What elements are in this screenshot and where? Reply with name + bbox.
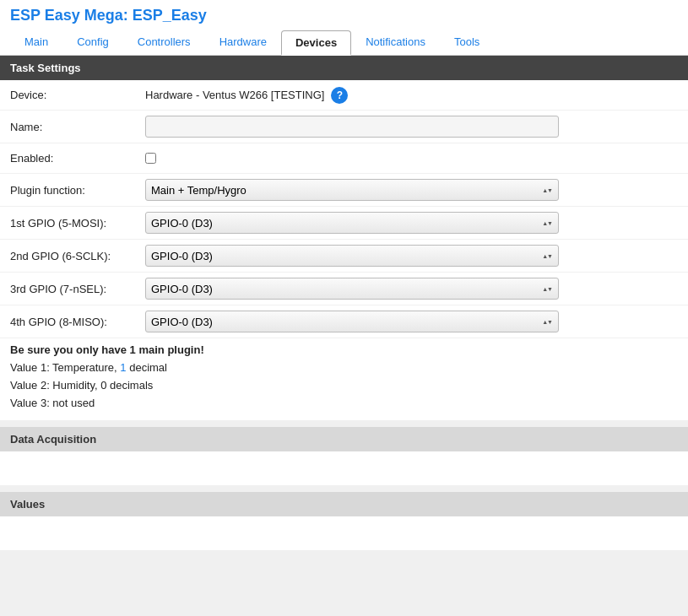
gpio3-row: 3rd GPIO (7-nSEL): GPIO-0 (D3) <box>0 273 688 305</box>
name-label: Name: <box>10 121 145 133</box>
main-content: Task Settings Device: Hardware - Ventus … <box>0 56 688 550</box>
plugin-function-select-wrapper: Main + Temp/Hygro <box>145 179 559 201</box>
gpio2-select[interactable]: GPIO-0 (D3) <box>145 245 559 267</box>
spacer2 <box>0 485 688 492</box>
gpio4-value-container: GPIO-0 (D3) <box>145 311 678 332</box>
gpio2-select-wrapper: GPIO-0 (D3) <box>145 245 559 267</box>
enabled-value-container <box>145 153 678 164</box>
gpio4-label: 4th GPIO (8-MISO): <box>10 316 145 328</box>
value1-text: Value 1: Temperature, 1 decimal <box>10 359 678 377</box>
value2-text: Value 2: Humidity, 0 decimals <box>10 377 678 395</box>
gpio1-value-container: GPIO-0 (D3) <box>145 212 678 234</box>
gpio4-select[interactable]: GPIO-0 (D3) <box>145 311 559 332</box>
enabled-checkbox[interactable] <box>145 153 156 164</box>
value1-highlight: 1 <box>120 361 126 374</box>
app-header: ESP Easy Mega: ESP_Easy Main Config Cont… <box>0 0 688 56</box>
tab-devices[interactable]: Devices <box>281 30 351 56</box>
device-value-container: Hardware - Ventus W266 [TESTING] ? <box>145 87 678 104</box>
data-acquisition-content <box>0 451 688 485</box>
plugin-function-label: Plugin function: <box>10 184 145 197</box>
tab-main[interactable]: Main <box>10 30 62 55</box>
tab-tools[interactable]: Tools <box>440 30 494 55</box>
device-label: Device: <box>10 89 145 101</box>
device-value-text: Hardware - Ventus W266 [TESTING] <box>145 89 324 101</box>
enabled-row: Enabled: <box>0 143 688 174</box>
name-row: Name: <box>0 111 688 143</box>
app-title: ESP Easy Mega: ESP_Easy <box>10 7 678 24</box>
value3-text: Value 3: not used <box>10 395 678 413</box>
gpio3-select[interactable]: GPIO-0 (D3) <box>145 278 559 300</box>
info-block: Be sure you only have 1 main plugin! Val… <box>0 338 688 420</box>
gpio1-select[interactable]: GPIO-0 (D3) <box>145 212 559 234</box>
help-icon[interactable]: ? <box>331 87 348 104</box>
gpio1-label: 1st GPIO (5-MOSI): <box>10 217 145 230</box>
plugin-function-row: Plugin function: Main + Temp/Hygro <box>0 174 688 207</box>
gpio2-label: 2nd GPIO (6-SCLK): <box>10 250 145 262</box>
gpio2-row: 2nd GPIO (6-SCLK): GPIO-0 (D3) <box>0 240 688 273</box>
plugin-function-value-container: Main + Temp/Hygro <box>145 179 678 201</box>
gpio3-label: 3rd GPIO (7-nSEL): <box>10 283 145 295</box>
values-header: Values <box>0 492 688 516</box>
nav-tabs: Main Config Controllers Hardware Devices… <box>10 30 678 55</box>
spacer1 <box>0 420 688 427</box>
enabled-label: Enabled: <box>10 152 145 165</box>
name-input[interactable] <box>145 116 559 138</box>
name-value-container <box>145 116 678 138</box>
tab-config[interactable]: Config <box>62 30 123 55</box>
gpio4-row: 4th GPIO (8-MISO): GPIO-0 (D3) <box>0 305 688 338</box>
tab-controllers[interactable]: Controllers <box>123 30 205 55</box>
gpio3-select-wrapper: GPIO-0 (D3) <box>145 278 559 300</box>
gpio4-select-wrapper: GPIO-0 (D3) <box>145 311 559 332</box>
tab-hardware[interactable]: Hardware <box>205 30 281 55</box>
task-settings-header: Task Settings <box>0 56 688 80</box>
gpio3-value-container: GPIO-0 (D3) <box>145 278 678 300</box>
plugin-function-select[interactable]: Main + Temp/Hygro <box>145 179 559 201</box>
tab-notifications[interactable]: Notifications <box>351 30 440 55</box>
gpio2-value-container: GPIO-0 (D3) <box>145 245 678 267</box>
values-content <box>0 516 688 550</box>
values-info: Value 1: Temperature, 1 decimal Value 2:… <box>10 359 678 412</box>
device-row: Device: Hardware - Ventus W266 [TESTING]… <box>0 80 688 111</box>
gpio1-row: 1st GPIO (5-MOSI): GPIO-0 (D3) <box>0 207 688 240</box>
warning-text: Be sure you only have 1 main plugin! <box>10 343 678 356</box>
data-acquisition-header: Data Acquisition <box>0 427 688 451</box>
gpio1-select-wrapper: GPIO-0 (D3) <box>145 212 559 234</box>
